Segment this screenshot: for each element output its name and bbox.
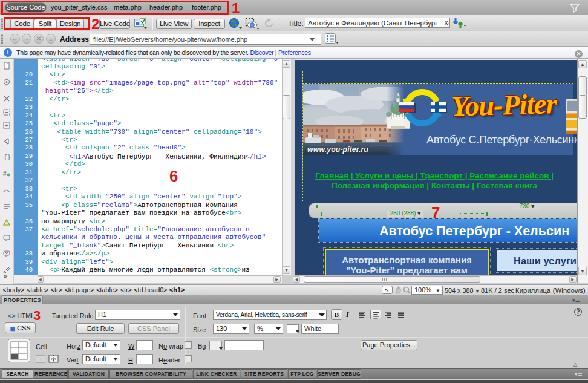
svg-text:<>: <> — [3, 189, 10, 195]
svg-text:#: # — [3, 171, 7, 177]
svg-text:{}: {} — [4, 154, 11, 161]
